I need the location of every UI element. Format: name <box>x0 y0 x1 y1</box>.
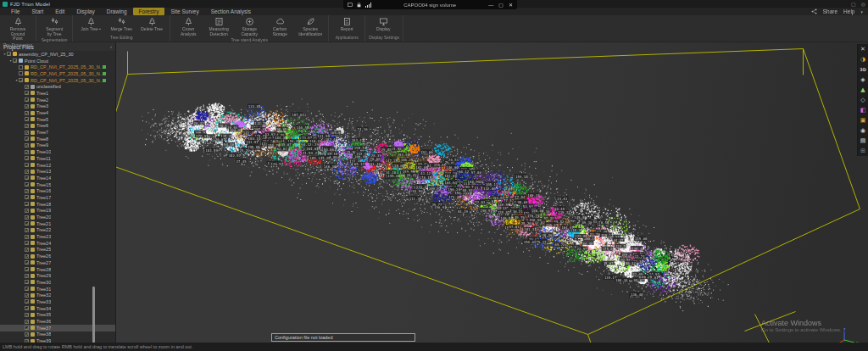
visibility-checkbox[interactable] <box>25 163 29 167</box>
visibility-checkbox[interactable] <box>7 52 11 56</box>
visibility-checkbox[interactable] <box>25 111 29 115</box>
delete-tree-button[interactable]: Delete Tree <box>137 16 166 32</box>
visibility-checkbox[interactable] <box>25 260 29 265</box>
visibility-checkbox[interactable] <box>25 306 29 310</box>
tree-list-item[interactable]: Tree13 <box>0 168 115 175</box>
visibility-checkbox[interactable] <box>25 104 29 109</box>
visibility-checkbox[interactable] <box>25 254 29 259</box>
monitor-icon[interactable] <box>348 3 353 8</box>
close-panel-icon[interactable]: ✕ <box>860 46 865 53</box>
tree-list-item[interactable]: Tree37 <box>0 325 115 332</box>
measure-icon[interactable]: ◇ <box>860 97 865 103</box>
tree-list-item[interactable]: Tree6 <box>0 123 115 130</box>
segment-by-tree-button[interactable]: Segment by Tree <box>40 16 69 36</box>
tree-list-item[interactable]: Tree2 <box>0 97 115 103</box>
tree-list-item[interactable]: Tree26 <box>0 253 115 259</box>
tree-list-item[interactable]: Tree19 <box>0 208 115 214</box>
tree-list-item[interactable]: Tree23 <box>0 233 115 240</box>
tree-list-item[interactable]: Tree20 <box>0 214 115 220</box>
visibility-checkbox[interactable] <box>25 280 29 284</box>
collapse-panel-icon[interactable]: ‹ <box>110 44 112 49</box>
visibility-checkbox[interactable] <box>13 58 17 63</box>
visibility-checkbox[interactable] <box>25 241 29 245</box>
film-icon[interactable]: ▤ <box>860 137 866 144</box>
visibility-checkbox[interactable] <box>25 215 29 220</box>
tree-list-item[interactable]: Tree10 <box>0 148 115 155</box>
grid-icon[interactable]: ⊞ <box>860 148 865 154</box>
tree-list-item[interactable]: Tree29 <box>0 272 115 279</box>
species-identification-button[interactable]: Species Identification <box>296 16 325 36</box>
tree-list-item[interactable]: Tree25 <box>0 247 115 254</box>
carbon-storage-button[interactable]: Carbon Storage <box>265 16 294 36</box>
project-tree-row[interactable]: ▾Point Cloud <box>0 58 115 64</box>
tree-list-item[interactable]: Tree21 <box>0 220 115 227</box>
lock-view-icon[interactable]: ◈ <box>860 76 865 83</box>
close-icon[interactable]: ✕ <box>509 3 513 8</box>
visibility-checkbox[interactable] <box>25 209 29 213</box>
lock-icon[interactable] <box>357 3 361 8</box>
project-tree-row[interactable]: unclassified <box>0 83 115 90</box>
project-tree-row[interactable]: ▾RD_CP_NVI_PT_2025_05_30_NDR_MERGE_N... <box>0 77 115 84</box>
menu-item-display[interactable]: Display <box>70 8 100 15</box>
visibility-checkbox[interactable] <box>25 332 29 337</box>
display-button[interactable]: Display <box>369 16 398 32</box>
visibility-checkbox[interactable] <box>25 293 29 298</box>
menu-item-forestry[interactable]: Forestry <box>133 8 165 15</box>
color-mode-icon[interactable]: ◧ <box>860 107 866 114</box>
pin-icon[interactable]: ◎ <box>861 2 865 7</box>
view-3d-icon[interactable]: 3D <box>860 66 866 73</box>
tree-list-item[interactable]: Tree4 <box>0 109 115 116</box>
visibility-checkbox[interactable] <box>25 267 29 271</box>
share-button[interactable]: Share <box>823 8 837 14</box>
visibility-checkbox[interactable] <box>25 274 29 278</box>
visibility-checkbox[interactable] <box>25 320 29 324</box>
menu-item-file[interactable]: File <box>5 8 25 15</box>
compass-icon[interactable]: ◑ <box>860 56 865 63</box>
folder-icon[interactable]: ▣ <box>860 117 866 124</box>
menu-item-edit[interactable]: Edit <box>49 8 70 15</box>
tree-list-item[interactable]: Tree1 <box>0 90 115 97</box>
menu-item-site-survey[interactable]: Site Survey <box>164 8 204 15</box>
tree-list-item[interactable]: Tree5 <box>0 116 115 123</box>
visibility-checkbox[interactable] <box>25 313 29 317</box>
share-icon[interactable] <box>811 8 817 14</box>
visibility-checkbox[interactable] <box>19 71 23 75</box>
merge-tree-button[interactable]: Merge Tree <box>107 16 136 32</box>
maximize-window-icon[interactable]: ▢ <box>851 2 856 7</box>
tree-list-item[interactable]: Tree24 <box>0 240 115 247</box>
tree-list-item[interactable]: Tree8 <box>0 136 115 142</box>
join-tree-button[interactable]: Join Tree ▪ <box>76 16 105 32</box>
menu-item-drawing[interactable]: Drawing <box>101 8 133 15</box>
restore-icon[interactable]: ▢ <box>498 3 504 8</box>
visibility-checkbox[interactable] <box>25 91 29 95</box>
tree-list-item[interactable]: Tree33 <box>0 298 115 305</box>
tree-list-item[interactable]: Tree38 <box>0 332 115 338</box>
project-tree-row[interactable]: RD_CP_NVI_PT_2025_05_30_NDR_MERG... <box>0 64 115 70</box>
tree-list-item[interactable]: Tree32 <box>0 292 115 298</box>
visibility-checkbox[interactable] <box>25 131 29 135</box>
tree-list-item[interactable]: Tree35 <box>0 312 115 319</box>
tree-list-item[interactable]: Tree3 <box>0 103 115 110</box>
visibility-checkbox[interactable] <box>25 182 29 187</box>
visibility-checkbox[interactable] <box>25 170 29 174</box>
visibility-checkbox[interactable] <box>25 85 29 89</box>
tree-list-item[interactable]: Tree22 <box>0 227 115 234</box>
visibility-checkbox[interactable] <box>25 195 29 199</box>
tree-list-item[interactable]: Tree28 <box>0 266 115 273</box>
help-button[interactable]: Help <box>843 8 854 14</box>
tree-list-item[interactable]: Tree30 <box>0 279 115 286</box>
ground-extract-button[interactable]: Remove Ground Point <box>3 16 32 42</box>
camera-icon[interactable]: ◉ <box>860 127 865 134</box>
project-tree-row[interactable]: ▾assembly_CP_NVI_25_30 <box>0 51 115 58</box>
visibility-checkbox[interactable] <box>25 156 29 160</box>
tree-list-item[interactable]: Tree34 <box>0 305 115 312</box>
visibility-checkbox[interactable] <box>25 136 29 141</box>
visibility-checkbox[interactable] <box>19 65 23 70</box>
visibility-checkbox[interactable] <box>25 221 29 226</box>
tree-list-item[interactable]: Tree17 <box>0 194 115 201</box>
menu-item-section-analysis[interactable]: Section Analysis <box>205 8 257 15</box>
tree-list-item[interactable]: Tree16 <box>0 187 115 194</box>
minimize-icon[interactable]: — <box>488 3 493 8</box>
visibility-checkbox[interactable] <box>25 176 29 180</box>
tree-list-item[interactable]: Tree12 <box>0 162 115 169</box>
